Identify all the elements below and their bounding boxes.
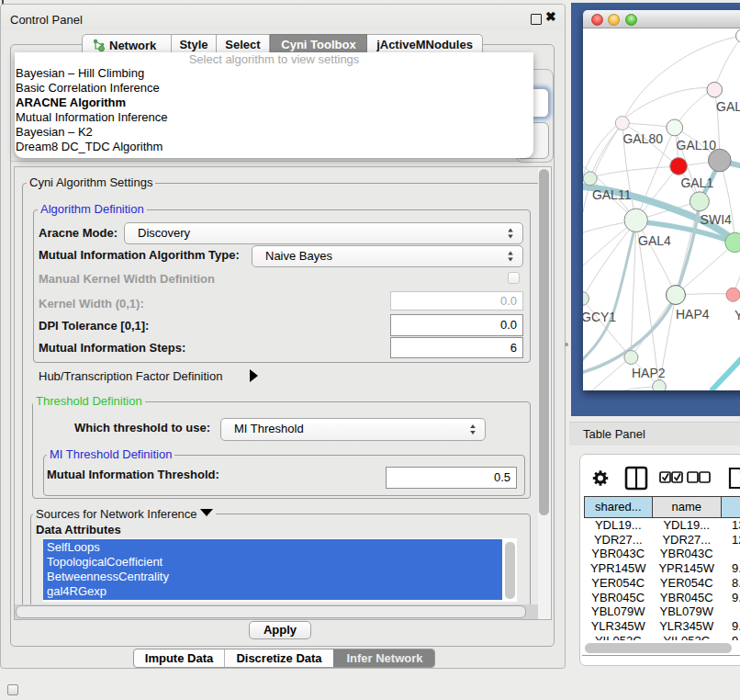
- svg-text:HAP4: HAP4: [676, 307, 710, 322]
- svg-text:GAL10: GAL10: [677, 138, 717, 152]
- svg-text:SWI4: SWI4: [701, 212, 732, 227]
- svg-text:GAL: GAL: [716, 99, 740, 114]
- svg-text:HAP2: HAP2: [632, 366, 666, 380]
- svg-text:GAL11: GAL11: [592, 187, 632, 202]
- svg-text:GCY1: GCY1: [583, 310, 616, 324]
- svg-text:GAL80: GAL80: [622, 131, 663, 146]
- svg-text:Y: Y: [734, 308, 740, 322]
- svg-text:GAL1: GAL1: [680, 175, 713, 190]
- svg-text:GAL4: GAL4: [638, 233, 671, 248]
